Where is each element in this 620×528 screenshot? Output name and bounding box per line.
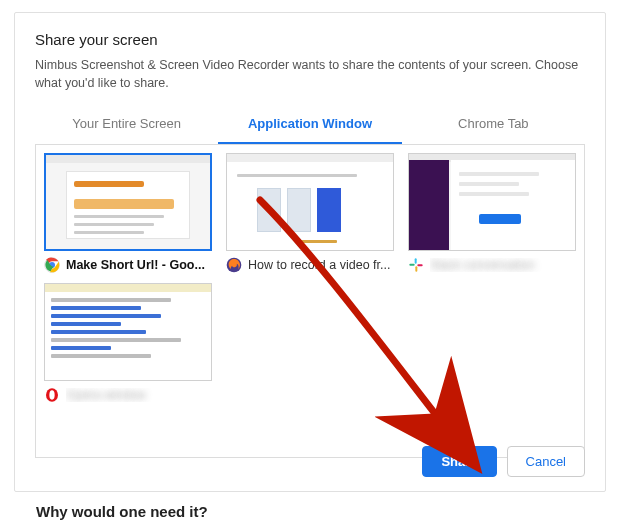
- window-label: Make Short Url! - Goo...: [66, 258, 212, 272]
- dialog-actions: Share Cancel: [422, 446, 585, 477]
- share-button[interactable]: Share: [422, 446, 496, 477]
- dialog-title: Share your screen: [35, 31, 585, 48]
- window-option-firefox[interactable]: How to record a video fr...: [226, 153, 394, 273]
- svg-rect-5: [415, 267, 417, 272]
- opera-icon: [44, 387, 60, 403]
- svg-rect-4: [409, 264, 414, 266]
- tab-entire-screen[interactable]: Your Entire Screen: [35, 106, 218, 143]
- window-thumbnail: [44, 283, 212, 381]
- svg-rect-3: [415, 259, 417, 264]
- window-option-opera[interactable]: Opera window: [44, 283, 212, 403]
- window-thumbnail: [408, 153, 576, 251]
- window-option-slack[interactable]: Slack conversation: [408, 153, 576, 273]
- firefox-icon: [226, 257, 242, 273]
- window-grid: Make Short Url! - Goo...: [35, 144, 585, 458]
- tab-application-window[interactable]: Application Window: [218, 106, 401, 143]
- tab-row: Your Entire Screen Application Window Ch…: [35, 106, 585, 144]
- slack-icon: [408, 257, 424, 273]
- tab-chrome-tab[interactable]: Chrome Tab: [402, 106, 585, 143]
- window-label: How to record a video fr...: [248, 258, 394, 272]
- dialog-description: Nimbus Screenshot & Screen Video Recorde…: [35, 56, 585, 92]
- share-screen-dialog: Share your screen Nimbus Screenshot & Sc…: [14, 12, 606, 492]
- window-label: Opera window: [66, 388, 212, 402]
- svg-point-8: [49, 391, 54, 400]
- svg-rect-6: [417, 265, 422, 267]
- cancel-button[interactable]: Cancel: [507, 446, 585, 477]
- page-text-below: Why would one need it?: [36, 503, 208, 520]
- chrome-icon: [44, 257, 60, 273]
- window-option-chrome[interactable]: Make Short Url! - Goo...: [44, 153, 212, 273]
- window-thumbnail: [226, 153, 394, 251]
- window-thumbnail: [44, 153, 212, 251]
- window-label: Slack conversation: [430, 258, 576, 272]
